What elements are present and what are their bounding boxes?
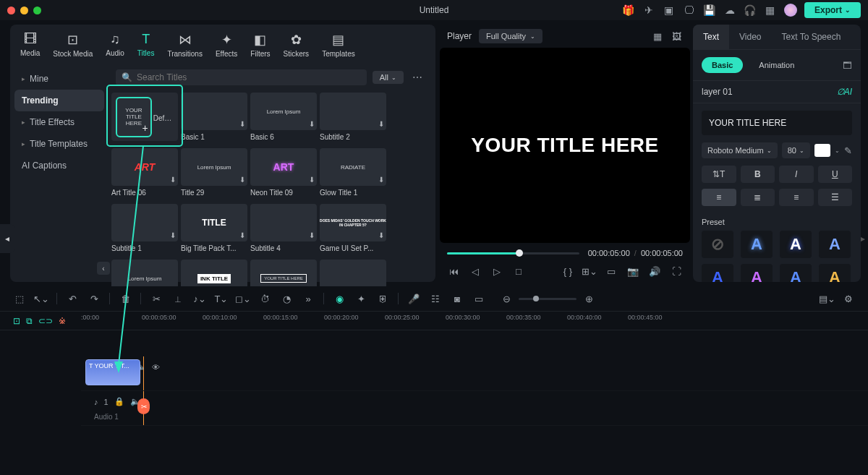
- color-swatch[interactable]: [814, 144, 830, 157]
- undo-icon[interactable]: ↶: [66, 292, 79, 305]
- mixer-icon[interactable]: ☷: [429, 292, 442, 305]
- preset-1[interactable]: A: [741, 231, 773, 258]
- zoom-slider[interactable]: [519, 298, 576, 300]
- export-button[interactable]: Export⌄: [804, 2, 861, 18]
- rtab-text[interactable]: Text: [693, 25, 729, 49]
- more-tools-icon[interactable]: »: [302, 292, 315, 305]
- left-flyout[interactable]: ◂: [0, 224, 14, 253]
- redo-icon[interactable]: ↷: [88, 292, 101, 305]
- preview-viewport[interactable]: YOUR TITLE HERE: [440, 48, 690, 243]
- preset-2[interactable]: A: [780, 231, 812, 258]
- close-window[interactable]: [7, 7, 15, 14]
- audio-mute-icon[interactable]: 🔈: [130, 397, 140, 406]
- magnet-icon[interactable]: ⊂⊃: [38, 316, 53, 326]
- save-icon[interactable]: 💾: [703, 4, 716, 17]
- speed-icon[interactable]: ⏱: [258, 292, 271, 305]
- ai-tool-icon[interactable]: ◉: [333, 292, 346, 305]
- send-icon[interactable]: ✈: [642, 4, 655, 17]
- effects-tool-icon[interactable]: ✦: [354, 292, 367, 305]
- fit-icon[interactable]: ▭: [605, 265, 618, 278]
- delete-icon[interactable]: 🗑: [119, 292, 132, 305]
- tab-templates[interactable]: ▤Templates: [322, 32, 355, 58]
- title-text-input[interactable]: YOUR TITLE HERE: [702, 111, 852, 135]
- ripple-icon[interactable]: ※: [59, 316, 66, 326]
- preset-none[interactable]: ⊘: [702, 231, 733, 258]
- tab-effects[interactable]: ✦Effects: [216, 32, 237, 58]
- mask-icon[interactable]: ◻⌄: [237, 292, 250, 305]
- tab-titles[interactable]: TTitles: [137, 32, 155, 58]
- zoom-in-icon[interactable]: ⊕: [582, 292, 595, 305]
- subtab-animation[interactable]: Animation: [749, 57, 804, 73]
- snap-icon[interactable]: ⊡: [13, 316, 20, 326]
- select-tool-icon[interactable]: ⬚: [13, 292, 26, 305]
- title-card-3[interactable]: ⬇Subtitle 2: [320, 93, 386, 141]
- gift-icon[interactable]: 🎁: [622, 4, 635, 17]
- title-card-5[interactable]: Lorem Ipsum⬇Title 29: [181, 148, 247, 197]
- tab-media[interactable]: 🎞Media: [20, 32, 40, 58]
- rtab-video[interactable]: Video: [729, 25, 771, 49]
- search-titles[interactable]: 🔍: [116, 69, 367, 85]
- split-icon[interactable]: ✂: [150, 292, 163, 305]
- text-tool-icon[interactable]: T⌄: [215, 292, 228, 305]
- quality-select[interactable]: Full Quality⌄: [479, 29, 542, 43]
- layout-icon[interactable]: ⊞⌄: [583, 265, 596, 278]
- stop-icon[interactable]: □: [512, 265, 525, 278]
- image-view-icon[interactable]: 🖼: [670, 30, 683, 43]
- sidebar-title-effects[interactable]: ▸Title Effects: [14, 111, 104, 133]
- eye-icon[interactable]: 👁: [152, 363, 160, 372]
- bold-icon[interactable]: B: [741, 166, 775, 183]
- title-clip[interactable]: TYOUR TIT...: [85, 359, 140, 385]
- title-card-9[interactable]: TITLE⬇Big Title Pack T...: [181, 204, 247, 252]
- tab-stock-media[interactable]: ⊡Stock Media: [53, 32, 93, 58]
- link-icon[interactable]: ⧉: [26, 316, 33, 326]
- avatar-icon[interactable]: [784, 4, 797, 17]
- tab-filters[interactable]: ◧Filters: [250, 32, 270, 58]
- play-icon[interactable]: ▷: [490, 265, 503, 278]
- crop-icon[interactable]: ⟂: [171, 292, 184, 305]
- font-size[interactable]: 80⌄: [782, 142, 810, 158]
- title-card-7[interactable]: RADIATE⬇Glow Title 1: [320, 148, 386, 197]
- pointer-tool-icon[interactable]: ↖⌄: [35, 292, 48, 305]
- right-flyout[interactable]: ▸: [858, 224, 868, 253]
- filter-all[interactable]: All⌄: [373, 71, 404, 84]
- sidebar-collapse[interactable]: ‹: [97, 262, 110, 275]
- title-card-4[interactable]: ART⬇Art Title 06: [111, 148, 178, 197]
- cloud-icon[interactable]: ☁: [723, 4, 736, 17]
- sidebar-title-templates[interactable]: ▸Title Templates: [14, 133, 104, 155]
- shield-icon[interactable]: ⛨: [376, 292, 389, 305]
- zoom-out-icon[interactable]: ⊖: [500, 292, 513, 305]
- tab-stickers[interactable]: ✿Stickers: [284, 32, 310, 58]
- preset-6[interactable]: A: [780, 264, 812, 282]
- rtab-tts[interactable]: Text To Speech: [772, 25, 851, 49]
- search-input[interactable]: [137, 72, 361, 82]
- title-card-11[interactable]: DOES MIDAS' GOLDEN TOUCH WORK IN CHAPTER…: [320, 204, 386, 252]
- record-icon[interactable]: ◙: [451, 292, 464, 305]
- preset-4[interactable]: A: [702, 264, 733, 282]
- maximize-window[interactable]: [33, 7, 41, 14]
- align-right-icon[interactable]: ≡: [779, 189, 814, 206]
- tab-audio[interactable]: ♫Audio: [106, 32, 124, 58]
- step-back-icon[interactable]: ◁: [469, 265, 482, 278]
- marker-icon[interactable]: ▭: [472, 292, 485, 305]
- fullscreen-icon[interactable]: ⛶: [670, 265, 683, 278]
- title-card-8[interactable]: ⬇Subtitle 1: [111, 204, 178, 252]
- speed-note-icon[interactable]: ♪⌄: [193, 292, 206, 305]
- font-select[interactable]: Roboto Medium⌄: [702, 142, 778, 158]
- display-icon[interactable]: 🖵: [683, 4, 696, 17]
- title-card-6[interactable]: ART⬇Neon Title 09: [250, 148, 317, 197]
- prev-frame-icon[interactable]: ⏮: [447, 265, 460, 278]
- align-center-icon[interactable]: ≣: [741, 189, 775, 206]
- track-view-icon[interactable]: ▤⌄: [820, 292, 833, 305]
- preset-3[interactable]: A: [819, 231, 851, 258]
- sidebar-trending[interactable]: Trending: [14, 90, 104, 111]
- preset-5[interactable]: A: [741, 264, 773, 282]
- subtab-basic[interactable]: Basic: [702, 57, 743, 73]
- color-icon[interactable]: ◔: [280, 292, 293, 305]
- more-icon[interactable]: ⋯: [409, 72, 425, 83]
- audio-track-icon[interactable]: ♪: [94, 398, 98, 406]
- media-icon[interactable]: ▣: [663, 4, 676, 17]
- mic-icon[interactable]: 🎤: [407, 292, 420, 305]
- ai-icon[interactable]: ∅AI: [837, 87, 852, 97]
- grid-view-icon[interactable]: ▦: [651, 30, 664, 43]
- preset-7[interactable]: A: [819, 264, 851, 282]
